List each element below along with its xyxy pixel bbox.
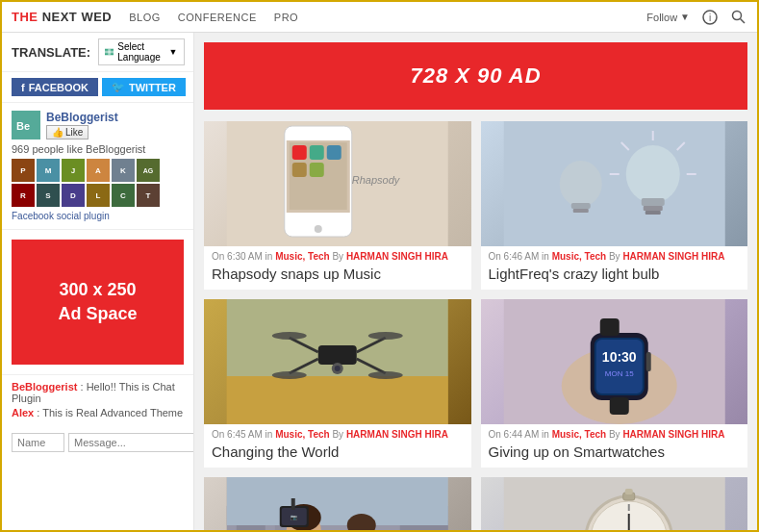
svg-rect-39: [318, 345, 357, 365]
article-thumbnail: [481, 121, 748, 246]
svg-text:Be: Be: [16, 120, 30, 132]
svg-rect-65: [227, 477, 448, 525]
twitter-button[interactable]: 🐦 TWITTER: [102, 78, 186, 96]
article-thumbnail: Rhapsody: [204, 121, 471, 246]
svg-point-49: [335, 366, 341, 371]
article-meta: On 6:46 AM in Music, Tech By HARMAN SING…: [481, 246, 748, 264]
layout: TRANSLATE: Select Language ▼ f FACEBOOK …: [2, 33, 757, 532]
facebook-button[interactable]: f FACEBOOK: [12, 78, 98, 96]
logo: ThE NeXT WED: [12, 10, 112, 24]
article-title[interactable]: Changing the World: [204, 442, 471, 468]
article-title[interactable]: Giving up on Smartwatches: [481, 442, 748, 468]
svg-rect-57: [599, 318, 619, 336]
articles-grid: Rhapsody On 6:30 AM in Music, Tech By HA…: [204, 121, 747, 532]
search-icon[interactable]: [730, 9, 747, 26]
globe-icon: [105, 47, 114, 57]
chat-message: Alex : This is Real Advanced Theme: [12, 407, 184, 418]
svg-point-45: [368, 332, 403, 340]
svg-rect-54: [595, 340, 642, 393]
header-right: Follow ▼ i: [646, 9, 747, 26]
avatar: R: [12, 184, 35, 207]
svg-rect-16: [292, 145, 307, 160]
avatar: P: [12, 159, 35, 182]
svg-text:Rhapsody: Rhapsody: [352, 174, 401, 186]
fb-widget-header: Be BeBloggerist 👍 Like: [12, 111, 184, 139]
article-card: On 6:42 AM in Music, Tech By HARMAN SING…: [481, 477, 748, 532]
nav-blog[interactable]: BLOG: [129, 12, 161, 23]
info-icon[interactable]: i: [701, 9, 719, 26]
article-card: 10:30 MON 15 On 6:44 AM in Music, Tech B…: [481, 299, 748, 468]
svg-point-23: [625, 145, 679, 203]
svg-rect-34: [572, 209, 588, 213]
nav-pro[interactable]: PRO: [274, 12, 298, 23]
article-title[interactable]: Rhapsody snaps up Music: [204, 264, 471, 290]
avatar: AG: [137, 159, 160, 182]
language-selector[interactable]: Select Language ▼: [98, 38, 184, 65]
article-thumbnail: [481, 477, 748, 532]
svg-rect-81: [624, 489, 632, 494]
chat-message: BeBloggerist : Hello!! This is Chat Plug…: [12, 381, 184, 404]
article-title[interactable]: LightFreq's crazy light bulb: [481, 264, 748, 290]
follow-chevron-icon: ▼: [680, 12, 690, 22]
nav-conference[interactable]: CONFERENCE: [178, 12, 257, 23]
article-card: On 6:45 AM in Music, Tech By HARMAN SING…: [204, 299, 471, 468]
svg-rect-38: [227, 376, 448, 424]
translate-label: TRANSLATE:: [12, 45, 90, 60]
svg-rect-26: [645, 211, 660, 215]
fb-page-thumbnail: Be: [12, 111, 40, 139]
article-meta: On 6:45 AM in Music, Tech By HARMAN SING…: [204, 424, 471, 442]
svg-rect-62: [237, 525, 266, 532]
svg-point-15: [315, 225, 322, 233]
follow-button[interactable]: Follow ▼: [646, 12, 690, 23]
social-buttons: f FACEBOOK 🐦 TWITTER: [2, 72, 193, 103]
fb-avatars: P M J A K AG R S D L C T: [12, 159, 184, 207]
svg-rect-33: [570, 203, 590, 209]
svg-rect-74: [291, 498, 295, 510]
facebook-widget: Be BeBloggerist 👍 Like 969 people like B…: [2, 103, 193, 230]
article-thumbnail: [204, 299, 471, 424]
article-card: On 6:46 AM in Music, Tech By HARMAN SING…: [481, 121, 748, 290]
svg-line-3: [741, 18, 746, 23]
article-card: 📷 On 6:43 AM in Music, Tech By HARMAN SI…: [204, 477, 471, 532]
svg-point-47: [368, 371, 403, 379]
avatar: D: [62, 184, 85, 207]
avatar: M: [37, 159, 60, 182]
fb-page-name[interactable]: BeBloggerist: [46, 111, 118, 124]
svg-text:MON 15: MON 15: [604, 369, 633, 378]
header-left: ThE NeXT WED BLOG CONFERENCE PRO: [12, 10, 298, 24]
avatar: S: [37, 184, 60, 207]
svg-rect-20: [310, 163, 324, 177]
chat-section: BeBloggerist : Hello!! This is Chat Plug…: [2, 374, 193, 427]
translate-bar: TRANSLATE: Select Language ▼: [2, 33, 193, 72]
avatar: K: [112, 159, 135, 182]
svg-point-46: [272, 371, 307, 379]
main-content: 728 x 90 Ad: [194, 33, 757, 532]
chat-name-input[interactable]: [12, 433, 64, 452]
svg-rect-59: [645, 352, 650, 371]
svg-rect-22: [503, 121, 724, 246]
chat-message-input[interactable]: [68, 433, 194, 452]
fb-like-button[interactable]: 👍 Like: [46, 125, 89, 139]
article-card: Rhapsody On 6:30 AM in Music, Tech By HA…: [204, 121, 471, 290]
svg-text:10:30: 10:30: [601, 349, 636, 365]
svg-text:i: i: [709, 13, 711, 23]
twitter-icon: 🐦: [112, 81, 125, 93]
fb-plugin-link[interactable]: Facebook social plugin: [12, 211, 184, 221]
svg-rect-25: [643, 206, 662, 211]
facebook-icon: f: [21, 82, 25, 93]
svg-point-2: [733, 11, 742, 19]
article-meta: On 6:30 AM in Music, Tech By HARMAN SING…: [204, 246, 471, 264]
article-meta: On 6:44 AM in Music, Tech By HARMAN SING…: [481, 424, 748, 442]
svg-rect-18: [327, 145, 342, 160]
sidebar-ad-space: 300 x 250 Ad Space: [12, 240, 184, 365]
svg-rect-6: [108, 49, 111, 56]
svg-rect-19: [292, 163, 307, 177]
chat-input-area: ▶: [2, 427, 193, 458]
top-ad-banner: 728 x 90 Ad: [204, 42, 747, 110]
svg-point-32: [559, 161, 601, 207]
thumb-up-icon: 👍: [52, 127, 63, 138]
sidebar: TRANSLATE: Select Language ▼ f FACEBOOK …: [2, 33, 194, 532]
lang-chevron-icon: ▼: [169, 47, 178, 57]
svg-point-44: [272, 332, 307, 340]
avatar: L: [87, 184, 110, 207]
